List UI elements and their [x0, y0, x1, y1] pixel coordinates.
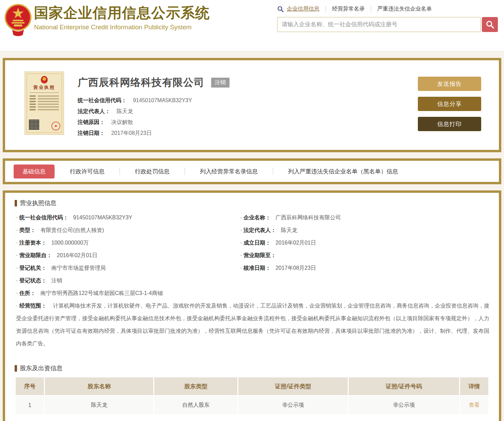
license-qr-code — [29, 120, 39, 130]
hero-field-legal-representative: 法定代表人： 陈天龙 — [78, 106, 418, 117]
field-value: 2017年08月23日 — [275, 265, 316, 271]
field-label: 企业名称： — [240, 215, 271, 220]
table-cell-cert-number: 非公示项 — [349, 396, 459, 414]
field-value: 91450107MA5KB32Y3Y — [73, 215, 132, 220]
table-header-cert-number: 证照/证件号码 — [349, 377, 459, 395]
field-value: 1000.000000万 — [51, 240, 89, 246]
section-title-bar — [15, 365, 17, 372]
hero-field-deregistration-reason: 注销原因： 决议解散 — [78, 117, 418, 128]
tab-blacklist-info[interactable]: 列入严重违法失信企业名单（黑名单）信息 — [273, 168, 413, 175]
tab-administrative-license[interactable]: 行政许可信息 — [55, 168, 120, 175]
section-title-business-license-info: 营业执照信息 — [15, 199, 489, 207]
tab-administrative-penalty[interactable]: 行政处罚信息 — [120, 168, 185, 175]
field-label: 营业期限自： — [16, 252, 52, 258]
table-cell-cert-type: 非公示项 — [238, 396, 348, 414]
nav-link-abnormal-directory[interactable]: 经营异常名录 — [332, 5, 365, 13]
section-title-bar — [15, 200, 17, 206]
field-value: 注销 — [51, 278, 62, 283]
header-nav: 企业信用信息 经营异常名录 严重违法失信企业名单 — [277, 5, 498, 13]
field-value: 南宁市市场监督管理局 — [51, 265, 106, 271]
table-header-shareholder-type: 股东类型 — [154, 377, 237, 395]
field-label: 登记状态： — [16, 278, 47, 283]
hero-field-credit-code: 统一社会信用代码： 91450107MA5KB32Y3Y — [78, 95, 418, 106]
field-label: 经营范围： — [16, 303, 47, 309]
table-header-shareholder-name: 股东名称 — [45, 377, 153, 395]
send-report-button[interactable]: 发送报告 — [418, 77, 481, 91]
field-value: 有限责任公司(自然人独资) — [41, 227, 104, 233]
field-label: 类型： — [16, 227, 36, 233]
table-header-cert-type: 证照/证件类型 — [238, 377, 348, 395]
field-value: 广西辰科网络科技有限公司 — [275, 215, 341, 220]
business-scope-text: 计算机网络技术开发，计算机软硬件、电子产品、游戏软件的开发及销售，动漫设计，工艺… — [16, 303, 489, 346]
business-license-thumbnail[interactable]: 营业执照 — [25, 72, 64, 135]
license-red-seal-icon — [51, 122, 60, 130]
table-cell-index: 1 — [16, 396, 44, 414]
info-print-button[interactable]: 信息打印 — [418, 117, 481, 131]
table-header-row: 序号 股东名称 股东类型 证照/证件类型 证照/证件号码 详情 — [16, 377, 488, 395]
hero-field-deregistration-date: 注销日期： 2017年08月23日 — [78, 128, 418, 139]
field-value: 陈天龙 — [281, 227, 297, 233]
license-field-row: 住所：南宁市明秀西路122号城市碧园C栋三层C3-1-4商铺 — [15, 287, 489, 299]
national-emblem-logo-icon — [3, 3, 33, 37]
site-subtitle: National Enterprise Credit Information P… — [34, 24, 210, 31]
search-icon — [277, 6, 284, 13]
basic-info-content-card: 营业执照信息 统一社会信用代码：91450107MA5KB32Y3Y 企业名称：… — [3, 190, 501, 421]
company-name: 广西辰科网络科技有限公司 — [78, 76, 204, 90]
tab-basic-info[interactable]: 基础信息 — [14, 165, 54, 178]
table-cell-shareholder-type: 自然人股东 — [154, 396, 237, 414]
search-input[interactable] — [277, 17, 481, 32]
field-label: 成立日期： — [240, 240, 271, 246]
nav-divider — [371, 6, 371, 12]
field-value: 南宁市明秀西路122号城市碧园C栋三层C3-1-4商铺 — [41, 290, 163, 296]
site-title: 国家企业信用信息公示系统 — [34, 5, 210, 21]
tab-abnormal-operation-list[interactable]: 列入经营异常名录信息 — [185, 168, 273, 175]
view-detail-link[interactable]: 查看 — [469, 402, 479, 408]
company-summary-card: 营业执照 广西辰科网络科技有限公司 注销 统一社会信用代码： 91450107M… — [3, 58, 501, 152]
nav-divider — [326, 6, 326, 12]
nav-link-enterprise-credit-info[interactable]: 企业信用信息 — [287, 5, 319, 13]
field-label: 注册资本： — [16, 240, 47, 246]
section-title-shareholders: 股东及出资信息 — [15, 364, 489, 372]
license-field-row: 统一社会信用代码：91450107MA5KB32Y3Y 企业名称：广西辰科网络科… — [15, 211, 489, 224]
site-header: 国家企业信用信息公示系统 National Enterprise Credit … — [0, 0, 504, 51]
table-row: 1 陈天龙 自然人股东 非公示项 非公示项 查看 — [16, 396, 488, 414]
business-scope-row: 经营范围： 计算机网络技术开发，计算机软硬件、电子产品、游戏软件的开发及销售，动… — [15, 299, 489, 350]
shareholder-section: 股东及出资信息 序号 股东名称 股东类型 证照/证件类型 证照/证件号码 详情 — [15, 364, 489, 415]
info-share-button[interactable]: 信息分享 — [418, 97, 481, 111]
license-field-row: 登记机关：南宁市市场监督管理局 核准日期：2017年08月23日 — [15, 262, 489, 274]
field-label: 核准日期： — [240, 265, 271, 271]
search-button-magnifier-icon — [485, 20, 495, 29]
company-status-badge: 注销 — [211, 78, 230, 88]
license-field-row: 营业期限自：2016年02月01日 营业期限至： — [15, 249, 489, 262]
field-value: 2016年02月01日 — [57, 252, 97, 258]
field-label: 统一社会信用代码： — [16, 215, 68, 220]
license-field-row: 类型：有限责任公司(自然人独资) 法定代表人：陈天龙 — [15, 224, 489, 236]
field-label: 营业期限至： — [240, 252, 276, 258]
field-label: 登记机关： — [16, 265, 47, 271]
table-header-detail: 详情 — [460, 377, 488, 395]
field-value: 2016年02月01日 — [275, 240, 316, 246]
shareholder-table: 序号 股东名称 股东类型 证照/证件类型 证照/证件号码 详情 1 陈天龙 自然… — [15, 376, 489, 415]
page-background: 营业执照 广西辰科网络科技有限公司 注销 统一社会信用代码： 91450107M… — [0, 51, 504, 421]
table-cell-shareholder-name: 陈天龙 — [45, 396, 153, 414]
field-label: 法定代表人： — [240, 227, 276, 233]
license-field-row: 登记状态：注销 — [15, 274, 489, 287]
search-button[interactable] — [482, 17, 498, 32]
tab-bar-card: 基础信息 行政许可信息 行政处罚信息 列入经营异常名录信息 列入严重违法失信企业… — [3, 158, 501, 184]
license-field-row: 注册资本：1000.000000万 成立日期：2016年02月01日 — [15, 236, 489, 249]
table-header-index: 序号 — [16, 377, 44, 395]
nav-link-illegal-dishonest-list[interactable]: 严重违法失信企业名单 — [377, 5, 432, 13]
field-label: 住所： — [16, 290, 36, 296]
